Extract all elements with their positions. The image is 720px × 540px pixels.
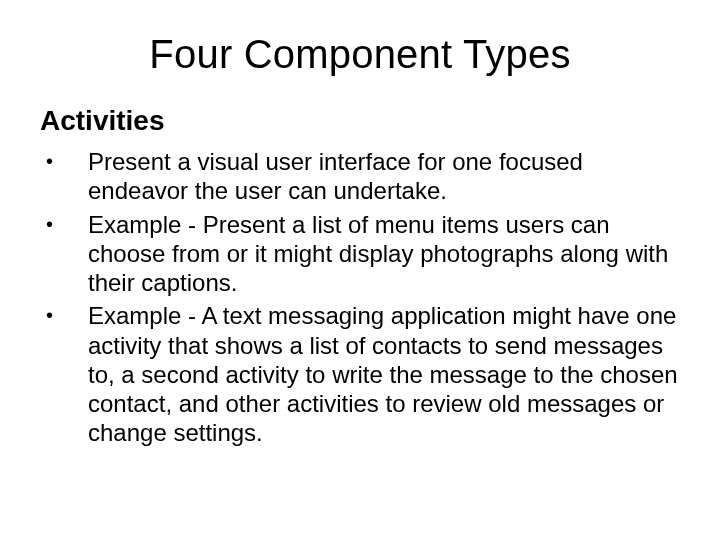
list-item: Example - A text messaging application m… [40,301,680,447]
list-item: Example - Present a list of menu items u… [40,210,680,298]
slide-subheading: Activities [40,105,680,137]
slide-title: Four Component Types [40,32,680,77]
slide: Four Component Types Activities Present … [0,0,720,540]
list-item: Present a visual user interface for one … [40,147,680,206]
bullet-list: Present a visual user interface for one … [40,147,680,448]
